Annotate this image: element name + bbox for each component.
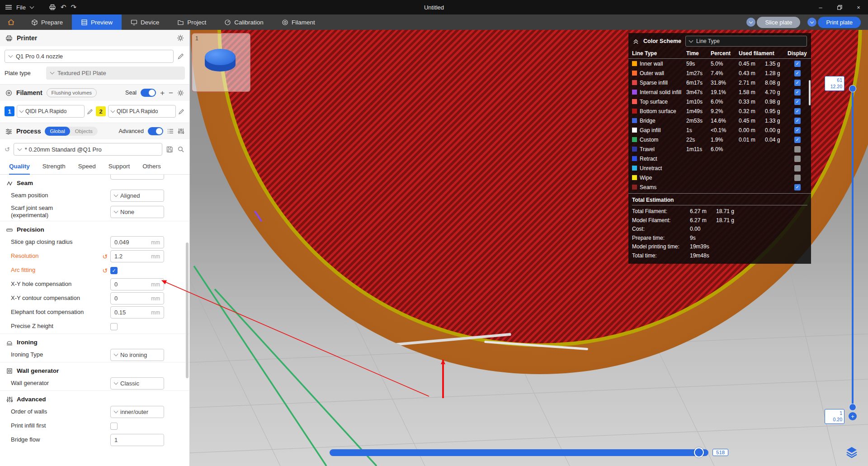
seam-position-select[interactable]: Aligned <box>110 190 164 202</box>
order-walls-select[interactable]: inner/outer <box>110 406 164 418</box>
chevron-down-icon[interactable] <box>30 4 34 9</box>
tab-device[interactable]: Device <box>122 14 168 30</box>
settings-list[interactable]: Seam Seam position Aligned Scarf joint s… <box>0 175 189 466</box>
sync-preset-icon[interactable]: ↺ <box>5 146 10 152</box>
display-checkbox[interactable] <box>794 70 801 76</box>
scope-global[interactable]: Global <box>45 127 70 136</box>
home-tab[interactable] <box>0 14 22 30</box>
edit-filament-2-icon[interactable] <box>178 108 185 115</box>
close-button[interactable]: × <box>849 0 868 14</box>
display-checkbox[interactable] <box>794 99 801 105</box>
save-preset-icon[interactable] <box>166 146 174 153</box>
remove-filament-button[interactable]: − <box>169 89 173 97</box>
file-menu[interactable]: File <box>16 4 26 11</box>
print-infill-first-checkbox[interactable] <box>110 423 118 430</box>
advanced-toggle[interactable] <box>148 127 163 135</box>
filament-settings-gear-icon[interactable] <box>177 90 184 96</box>
tab-others[interactable]: Others <box>142 163 161 174</box>
flushing-volumes-button[interactable]: Flushing volumes <box>47 88 97 97</box>
seal-toggle[interactable] <box>141 89 156 97</box>
tab-prepare[interactable]: Prepare <box>22 14 72 30</box>
layer-slider-top-handle[interactable] <box>849 85 856 92</box>
display-checkbox[interactable] <box>794 184 801 190</box>
move-slider[interactable] <box>330 449 708 456</box>
line-type-filament-m: 0.00 m <box>739 127 765 133</box>
move-slider-handle[interactable] <box>694 447 704 457</box>
color-scheme-select[interactable]: Line Type <box>685 36 807 47</box>
machine-select[interactable]: Q1 Pro 0.4 nozzle <box>5 50 174 63</box>
wall-generator-select[interactable]: Classic <box>110 377 164 390</box>
bridge-flow-input[interactable]: 1 <box>110 434 164 446</box>
precision-icon <box>6 227 13 233</box>
tab-strength[interactable]: Strength <box>42 163 66 174</box>
display-checkbox[interactable] <box>794 89 801 95</box>
print-plate-button[interactable]: Print plate <box>818 17 861 28</box>
layer-slider-bottom-handle[interactable] <box>849 404 856 411</box>
objects-list-icon[interactable] <box>167 128 174 134</box>
total-value-1: 6.27 m <box>690 216 716 225</box>
home-icon <box>7 19 15 26</box>
print-dropdown-button[interactable] <box>807 18 816 27</box>
tab-project[interactable]: Project <box>168 14 215 30</box>
filament-1-select[interactable]: QIDI PLA Rapido <box>17 105 85 118</box>
reset-icon[interactable]: ↺ <box>102 267 108 274</box>
add-pause-button[interactable]: + <box>849 412 857 420</box>
display-checkbox[interactable] <box>794 175 801 181</box>
line-type-name: Wipe <box>640 175 652 181</box>
display-checkbox[interactable] <box>794 108 801 114</box>
resolution-input[interactable]: 1.2mm <box>110 250 164 262</box>
slice-gap-input[interactable]: 0.049mm <box>110 236 164 248</box>
undo-icon[interactable]: ↶ <box>61 3 66 11</box>
plate-thumbnail[interactable]: 1 <box>192 33 250 92</box>
display-checkbox[interactable] <box>794 80 801 86</box>
search-preset-icon[interactable] <box>177 146 185 153</box>
xy-contour-input[interactable]: 0mm <box>110 292 164 304</box>
display-checkbox[interactable] <box>794 146 801 152</box>
printer-settings-gear-icon[interactable] <box>177 34 184 42</box>
filament-2-select[interactable]: QIDI PLA Rapido <box>108 105 176 118</box>
xy-hole-input[interactable]: 0mm <box>110 278 164 290</box>
restore-button[interactable] <box>830 0 849 14</box>
settings-scrollbar[interactable] <box>186 243 189 378</box>
plate-type-select[interactable]: Textured PEI Plate <box>46 67 185 80</box>
wall-generator-icon <box>6 368 13 374</box>
menu-icon[interactable] <box>5 5 12 10</box>
display-checkbox[interactable] <box>794 61 801 67</box>
ironing-type-select[interactable]: No ironing <box>110 349 164 361</box>
minimize-button[interactable]: – <box>811 0 830 14</box>
display-checkbox[interactable] <box>794 127 801 133</box>
layer-slider[interactable]: + <box>852 89 854 407</box>
clipped-setting-select[interactable] <box>110 175 164 180</box>
scope-objects[interactable]: Objects <box>70 127 98 136</box>
slice-dropdown-button[interactable] <box>746 18 755 27</box>
collapse-panel-icon[interactable] <box>632 38 639 44</box>
slice-plate-button[interactable]: Slice plate <box>757 17 800 28</box>
arc-fitting-checkbox[interactable] <box>110 267 118 274</box>
precise-z-checkbox[interactable] <box>110 323 118 330</box>
tab-calibration[interactable]: Calibration <box>215 14 273 30</box>
scarf-joint-select[interactable]: None <box>110 206 164 218</box>
edit-machine-icon[interactable] <box>177 52 185 60</box>
display-checkbox[interactable] <box>794 118 801 124</box>
edit-filament-1-icon[interactable] <box>87 108 94 115</box>
tab-support[interactable]: Support <box>108 163 130 174</box>
print-export-icon[interactable] <box>49 4 56 10</box>
display-checkbox[interactable] <box>794 156 801 162</box>
display-checkbox[interactable] <box>794 165 801 171</box>
add-filament-button[interactable]: + <box>160 89 165 97</box>
layers-view-icon[interactable] <box>845 445 859 459</box>
tab-quality[interactable]: Quality <box>9 163 30 175</box>
tab-preview[interactable]: Preview <box>72 14 122 30</box>
project-icon <box>177 19 184 26</box>
tab-speed[interactable]: Speed <box>78 163 96 174</box>
line-type-swatch <box>632 71 637 76</box>
parameter-sliders-icon[interactable] <box>178 128 184 134</box>
line-type-name: Unretract <box>640 165 662 171</box>
process-preset-select[interactable]: * 0.20mm Standard @Q1 Pro <box>14 143 162 156</box>
reset-icon[interactable]: ↺ <box>102 253 108 260</box>
display-checkbox[interactable] <box>794 137 801 143</box>
elephant-foot-input[interactable]: 0.15mm <box>110 306 164 319</box>
legend-scrollbar[interactable] <box>809 80 811 105</box>
total-row: Model printing time: 19m39s <box>632 243 807 252</box>
tab-filament[interactable]: Filament <box>273 14 324 30</box>
